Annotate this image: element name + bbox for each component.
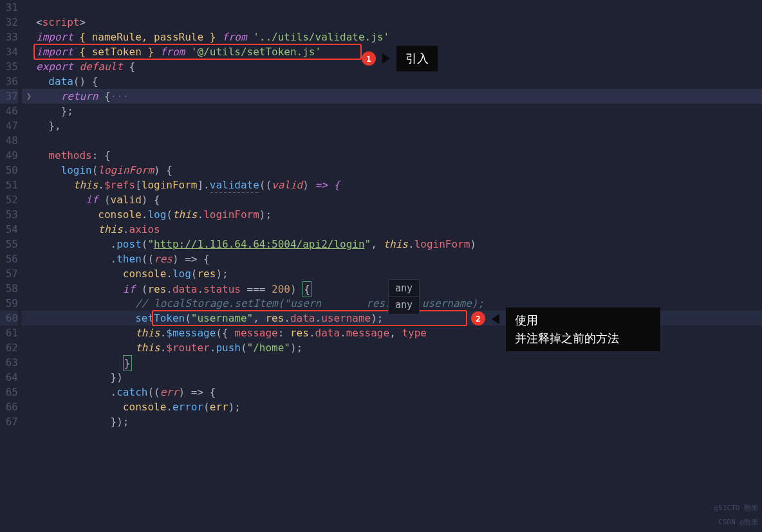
line-number: 60 — [0, 311, 18, 326]
code-area[interactable]: <script> import { nameRule, passRule } f… — [36, 0, 762, 532]
line-number: 46 — [0, 104, 18, 118]
line-number: 59 — [0, 296, 18, 311]
code-line: .post("http://1.116.64.64:5004/api2/logi… — [36, 237, 762, 252]
code-line: this.$refs[loginForm].validate((valid) =… — [36, 178, 762, 192]
fold-gutter: ❯ — [22, 0, 36, 532]
code-line — [36, 0, 762, 15]
code-line: console.log(this.loginForm); — [36, 207, 762, 222]
line-number: 58 — [0, 281, 18, 296]
code-line — [36, 133, 762, 148]
code-line: } — [36, 355, 762, 370]
code-line: }) — [36, 370, 762, 385]
line-number: 53 — [0, 207, 18, 222]
line-number: 34 — [0, 44, 18, 59]
line-number: 49 — [0, 148, 18, 163]
code-line: data() { — [36, 74, 762, 89]
line-number: 31 — [0, 0, 18, 15]
code-line: this.axios — [36, 222, 762, 237]
line-number: 36 — [0, 74, 18, 89]
code-line: }); — [36, 414, 762, 429]
line-number: 33 — [0, 30, 18, 44]
code-editor: 31 32 33 34 35 36 37 46 47 48 49 50 51 5… — [0, 0, 762, 532]
callout-arrow-icon — [492, 314, 499, 324]
code-line: login(loginForm) { — [36, 163, 762, 178]
annotation-text: 引入 — [396, 46, 438, 71]
annotation-badge: 1 — [362, 51, 376, 66]
fold-icon[interactable]: ❯ — [22, 89, 36, 104]
line-number: 47 — [0, 118, 18, 133]
code-line: return {··· — [36, 89, 762, 104]
line-number: 67 — [0, 414, 18, 429]
line-number: 52 — [0, 192, 18, 207]
annotation-badge: 2 — [471, 311, 485, 326]
line-number: 51 — [0, 178, 18, 192]
line-number: 35 — [0, 59, 18, 74]
line-number: 63 — [0, 355, 18, 370]
annotation-callout-1: 1 引入 — [362, 46, 438, 71]
line-number: 62 — [0, 340, 18, 355]
hover-tooltip: any — [388, 279, 420, 298]
line-number: 37 — [0, 89, 18, 104]
watermark: CSDN @憨衡 — [718, 515, 758, 529]
code-line: }; — [36, 104, 762, 118]
code-line: methods: { — [36, 148, 762, 163]
line-number: 55 — [0, 237, 18, 252]
line-number: 66 — [0, 399, 18, 414]
line-number: 56 — [0, 252, 18, 266]
line-number: 54 — [0, 222, 18, 237]
code-line: }, — [36, 118, 762, 133]
code-line: .catch((err) => { — [36, 385, 762, 399]
code-line: import { nameRule, passRule } from '../u… — [36, 30, 762, 44]
line-number: 48 — [0, 133, 18, 148]
code-line: .then((res) => { — [36, 252, 762, 266]
watermark: @51CTO 憨衡 — [714, 500, 758, 515]
annotation-text: 使用 并注释掉之前的方法 — [506, 307, 660, 351]
line-number: 50 — [0, 163, 18, 178]
code-line: <script> — [36, 15, 762, 30]
code-line: console.error(err); — [36, 399, 762, 414]
line-number: 65 — [0, 385, 18, 399]
annotation-callout-2: 2 使用 并注释掉之前的方法 — [471, 307, 660, 351]
hover-tooltip: any — [388, 296, 420, 315]
line-number: 61 — [0, 326, 18, 340]
code-line: if (valid) { — [36, 192, 762, 207]
line-number-gutter: 31 32 33 34 35 36 37 46 47 48 49 50 51 5… — [0, 0, 22, 532]
callout-arrow-icon — [382, 53, 390, 64]
line-number: 57 — [0, 266, 18, 281]
line-number: 64 — [0, 370, 18, 385]
line-number: 32 — [0, 15, 18, 30]
